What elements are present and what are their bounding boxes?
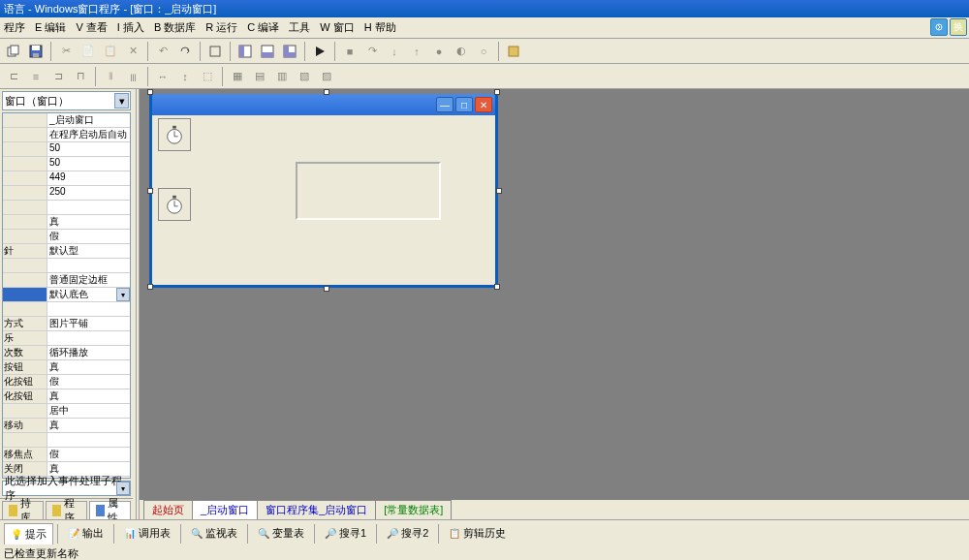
close-icon[interactable]: ✕ (475, 97, 492, 112)
layout1-icon[interactable] (235, 42, 255, 61)
property-row[interactable]: 假 (3, 230, 130, 244)
property-row[interactable]: 50 (3, 142, 130, 157)
dist-h-icon[interactable]: ⫴ (101, 67, 120, 86)
link-icon[interactable] (930, 18, 948, 36)
tab-window-code[interactable]: 窗口程序集_启动窗口 (257, 500, 376, 519)
footer-tip[interactable]: 💡提示 (4, 523, 53, 544)
property-row[interactable]: 普通固定边框 (3, 273, 130, 288)
same-w-icon[interactable]: ↔ (153, 67, 172, 86)
find-icon[interactable] (205, 42, 225, 61)
maximize-icon[interactable]: □ (455, 97, 473, 112)
property-value[interactable] (47, 302, 130, 316)
menu-compile[interactable]: C 编译 (247, 20, 279, 35)
property-row[interactable]: 默认底色▾ (3, 288, 130, 302)
resize-handle[interactable] (147, 284, 153, 290)
property-row[interactable]: 50 (3, 157, 130, 171)
grid2-icon[interactable]: ▤ (250, 67, 269, 86)
property-row[interactable]: _启动窗口 (3, 113, 130, 128)
property-value[interactable] (47, 259, 130, 272)
property-value[interactable]: 在程序启动后自动 (47, 128, 130, 141)
menu-edit[interactable]: E 编辑 (35, 20, 66, 35)
cut-icon[interactable]: ✂ (56, 42, 76, 61)
property-value[interactable]: 普通固定边框 (47, 273, 130, 287)
footer-clipboard[interactable]: 📋剪辑历史 (443, 523, 512, 544)
property-value[interactable]: 50 (47, 157, 130, 171)
property-value[interactable]: 默认型 (47, 244, 130, 258)
same-size-icon[interactable]: ⬚ (198, 67, 217, 86)
property-value[interactable]: 默认底色▾ (47, 288, 130, 301)
property-row[interactable]: 250 (3, 186, 130, 201)
resize-handle[interactable] (147, 188, 153, 194)
property-row[interactable] (3, 201, 130, 215)
book-icon[interactable] (504, 42, 523, 61)
event-hint[interactable]: 此选择加入事件处理子程序 ▾ (2, 481, 131, 496)
grid5-icon[interactable]: ▨ (317, 67, 336, 86)
resize-handle[interactable] (324, 89, 329, 95)
layout3-icon[interactable] (280, 42, 299, 61)
resize-handle[interactable] (147, 89, 153, 95)
property-row[interactable] (3, 302, 130, 317)
property-row[interactable]: 化按钮假 (3, 375, 130, 389)
menu-run[interactable]: R 运行 (205, 20, 237, 35)
copy-icon[interactable]: 📄 (78, 42, 98, 61)
property-row[interactable]: 移焦点假 (3, 448, 130, 462)
property-row[interactable]: 449 (3, 171, 130, 186)
property-value[interactable] (47, 433, 130, 447)
chevron-down-icon[interactable]: ▾ (114, 93, 129, 109)
resize-handle[interactable] (494, 89, 500, 95)
footer-watch[interactable]: 🔍监视表 (185, 523, 243, 544)
property-value[interactable]: 449 (47, 171, 130, 185)
bp2-icon[interactable]: ◐ (452, 42, 471, 61)
property-value[interactable]: 50 (47, 142, 130, 156)
property-row[interactable]: 在程序启动后自动 (3, 128, 130, 142)
tab-start-window[interactable]: _启动窗口 (192, 500, 258, 519)
menu-tools[interactable]: 工具 (289, 20, 310, 35)
footer-vartable[interactable]: 🔍变量表 (252, 523, 310, 544)
menu-window[interactable]: W 窗口 (320, 20, 354, 35)
layout2-icon[interactable] (258, 42, 277, 61)
paste-icon[interactable]: 📋 (101, 42, 120, 61)
resize-handle[interactable] (324, 286, 329, 292)
same-h-icon[interactable]: ↕ (175, 67, 195, 86)
property-row[interactable]: 次数循环播放 (3, 346, 130, 360)
timer-control-1[interactable] (158, 118, 191, 151)
undo-icon[interactable]: ↶ (153, 42, 172, 61)
property-row[interactable]: 乐 (3, 331, 130, 346)
property-value[interactable]: 真 (47, 419, 130, 432)
chevron-down-icon[interactable]: ▾ (116, 482, 130, 495)
footer-search1[interactable]: 🔎搜寻1 (319, 523, 372, 544)
bp-icon[interactable]: ● (429, 42, 449, 61)
minimize-icon[interactable]: — (436, 97, 453, 112)
property-row[interactable]: 方式图片平铺 (3, 317, 130, 331)
property-value[interactable]: _启动窗口 (47, 113, 130, 127)
resize-handle[interactable] (494, 284, 500, 290)
bp3-icon[interactable]: ○ (474, 42, 493, 61)
property-row[interactable] (3, 259, 130, 273)
property-value[interactable]: 假 (47, 230, 130, 243)
property-value[interactable]: 真 (47, 389, 130, 403)
form-body[interactable] (152, 115, 495, 285)
object-selector[interactable]: 窗口（窗口） ▾ (2, 91, 131, 110)
property-value[interactable]: 居中 (47, 404, 130, 418)
resize-handle[interactable] (496, 188, 502, 194)
property-row[interactable]: 真 (3, 215, 130, 230)
footer-calltable[interactable]: 📊调用表 (118, 523, 176, 544)
grid-icon[interactable]: ▦ (228, 67, 247, 86)
menu-program[interactable]: 程序 (4, 20, 25, 35)
new-multi-icon[interactable] (4, 42, 23, 61)
property-value[interactable]: 图片平铺 (47, 317, 130, 330)
chevron-down-icon[interactable]: ▾ (116, 288, 130, 301)
timer-control-2[interactable] (158, 188, 191, 221)
property-value[interactable] (47, 201, 130, 214)
footer-output[interactable]: 📝输出 (62, 523, 109, 544)
property-value[interactable]: 假 (47, 448, 130, 461)
menu-help[interactable]: H 帮助 (364, 20, 396, 35)
property-value[interactable]: 循环播放 (47, 346, 130, 359)
design-area[interactable]: — □ ✕ (140, 89, 969, 519)
align-center-icon[interactable]: ≡ (26, 67, 46, 86)
properties-grid[interactable]: _启动窗口在程序启动后自动5050449250真假針默认型普通固定边框默认底色▾… (2, 112, 131, 479)
tab-program[interactable]: 程序 (46, 501, 87, 519)
property-value[interactable]: 假 (47, 375, 130, 389)
align-right-icon[interactable]: ⊐ (48, 67, 68, 86)
menu-database[interactable]: B 数据库 (154, 20, 196, 35)
